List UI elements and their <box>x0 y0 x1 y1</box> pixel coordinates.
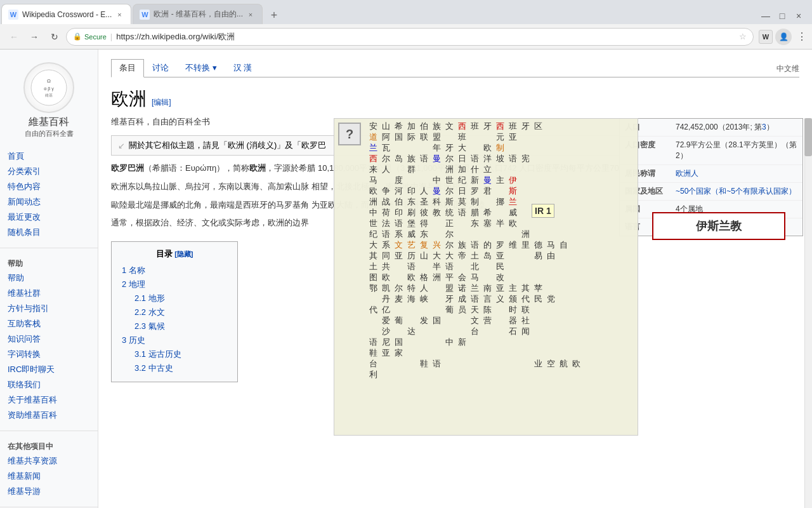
sidebar-item-guidelines[interactable]: 方针与指引 <box>8 301 90 316</box>
sidebar-item-community[interactable]: 维基社群 <box>8 286 90 301</box>
cw-cell: 洲 <box>521 230 530 238</box>
scrollbar-track[interactable] <box>804 118 812 508</box>
cw-cell: 加 <box>458 165 466 173</box>
tab-2-close[interactable]: × <box>246 10 256 20</box>
tab-1[interactable]: W Wikipedia Crossword - E... × <box>1 4 131 24</box>
cw-cell: 盟 <box>433 133 441 141</box>
sidebar-item-commons[interactable]: 维基共享资源 <box>8 453 90 469</box>
cw-cell: 班 <box>509 122 517 130</box>
toc-item-3[interactable]: 3 历史 <box>122 333 227 347</box>
scrollbar-thumb[interactable] <box>804 118 812 156</box>
minimize-button[interactable]: — <box>757 8 774 24</box>
cw-cell: 人 <box>420 187 428 195</box>
wiki-extension-button[interactable]: W <box>759 30 773 44</box>
sidebar-item-random[interactable]: 随机条目 <box>8 225 90 240</box>
cw-cell: 鞋 <box>369 349 377 357</box>
cw-cell: 塞 <box>483 219 492 227</box>
cw-cell: 正 <box>445 219 454 227</box>
tab-article[interactable]: 条目 <box>111 59 144 77</box>
bookmark-star-icon[interactable]: ☆ <box>739 32 747 41</box>
cw-cell: 宪 <box>521 154 530 163</box>
cw-cell: 易 <box>534 251 542 260</box>
cw-cell: 洲 <box>445 165 454 173</box>
cw-cell: 尔 <box>382 154 390 163</box>
cw-cell: 兰 <box>471 284 479 292</box>
cw-cell: 义 <box>496 295 504 303</box>
cw-cell: 欧 <box>572 359 580 368</box>
sidebar-item-featured[interactable]: 特色内容 <box>8 179 90 194</box>
sidebar-item-about[interactable]: 关于维基百科 <box>8 392 90 408</box>
toc-toggle[interactable]: [隐藏] <box>174 250 193 258</box>
toc-item-2-2[interactable]: 2.2 水文 <box>122 305 227 319</box>
toc-item-3-2[interactable]: 3.2 中古史 <box>122 361 227 375</box>
tab-discussion[interactable]: 讨论 <box>144 59 177 77</box>
crossword-help-button[interactable]: ? <box>338 123 361 145</box>
sidebar-item-qa[interactable]: 知识问答 <box>8 331 90 347</box>
tab-noconvert[interactable]: 不转换 ▾ <box>177 59 225 77</box>
reload-button[interactable]: ↻ <box>46 28 63 46</box>
cw-cell: 大 <box>433 251 441 260</box>
sidebar-item-recent[interactable]: 最近更改 <box>8 210 90 225</box>
wiki-nav-section-other: 在其他项目中 维基共享资源 维基新闻 维基导游 <box>0 435 98 503</box>
address-bar[interactable]: 🔒 Secure | https://zh.wikipedia.org/wiki… <box>66 28 754 46</box>
cw-cell: 台 <box>369 359 377 368</box>
sidebar-item-conversion[interactable]: 字词转换 <box>8 347 90 362</box>
svg-text:維基: 維基 <box>44 93 53 97</box>
crossword-answer-text: 伊斯兰教 <box>696 218 742 234</box>
cw-cell: 同 <box>382 251 390 260</box>
cw-cell: 利 <box>369 370 377 378</box>
tab-2-title: 欧洲 - 维基百科，自由的... <box>154 9 243 20</box>
chrome-menu-button[interactable]: ⋮ <box>797 30 807 43</box>
sidebar-item-help[interactable]: 帮助 <box>8 271 90 286</box>
tab-variant[interactable]: 汉 漢 <box>225 59 261 77</box>
toc-item-2-1[interactable]: 2.1 地形 <box>122 291 227 305</box>
sidebar-item-news[interactable]: 新闻动态 <box>8 194 90 210</box>
cw-cell: 丹 <box>382 295 390 303</box>
cw-cell: 刷 <box>407 208 416 217</box>
address-url: https://zh.wikipedia.org/wiki/欧洲 <box>116 31 734 43</box>
cw-cell: 族 <box>407 154 416 163</box>
cw-cell: 平 <box>445 273 454 281</box>
new-tab-button[interactable]: + <box>265 6 283 24</box>
pop-link[interactable]: 3 <box>762 123 766 131</box>
cw-cell: 元 <box>496 133 504 141</box>
close-button[interactable]: × <box>790 8 807 24</box>
countries-link[interactable]: ~50个国家（和~5个有限承认国家） <box>676 187 796 196</box>
profile-button[interactable]: 👤 <box>775 29 792 45</box>
back-button[interactable]: ← <box>5 28 23 46</box>
cw-cell: 年 <box>433 144 441 152</box>
cw-cell: 主 <box>496 176 504 184</box>
cw-cell: 家 <box>395 349 403 357</box>
sidebar-item-irc[interactable]: IRC即时聊天 <box>8 362 90 377</box>
cw-cell: 天 <box>471 305 479 314</box>
tab-2[interactable]: W 欧洲 - 维基百科，自由的... × <box>133 4 263 24</box>
forward-button[interactable]: → <box>25 28 43 46</box>
cw-cell: 尔 <box>395 284 403 292</box>
toc-item-1[interactable]: 1 名称 <box>122 264 227 277</box>
sidebar-item-donate[interactable]: 资助维基百科 <box>8 408 90 423</box>
cw-cell: 成 <box>458 295 466 303</box>
cw-cell: 族 <box>433 122 441 130</box>
demonym-link[interactable]: 欧洲人 <box>676 169 698 178</box>
toc-item-2-3[interactable]: 2.3 氣候 <box>122 319 227 333</box>
cw-cell: 班 <box>458 133 466 141</box>
cw-cell: 空 <box>547 359 555 368</box>
cw-cell: 战 <box>382 197 390 206</box>
sidebar-item-teahouse[interactable]: 互助客栈 <box>8 316 90 331</box>
tab-bar: W Wikipedia Crossword - E... × W 欧洲 - 维基… <box>0 0 812 24</box>
toc-item-3-1[interactable]: 3.1 远古历史 <box>122 347 227 361</box>
sidebar-item-homepage[interactable]: 首頁 <box>8 149 90 164</box>
edit-link[interactable]: [编辑] <box>152 97 171 108</box>
sidebar-item-wikinews[interactable]: 维基新闻 <box>8 469 90 484</box>
cw-cell: 员 <box>458 305 466 314</box>
sidebar-item-categories[interactable]: 分类索引 <box>8 164 90 179</box>
cw-cell: 罗 <box>471 187 479 195</box>
tab-1-close[interactable]: × <box>114 10 124 20</box>
toc-item-2[interactable]: 2 地理 <box>122 277 227 291</box>
sidebar-item-contact[interactable]: 联络我们 <box>8 377 90 392</box>
sidebar-item-wikivoyage[interactable]: 维基导游 <box>8 484 90 499</box>
cw-cell: 业 <box>534 359 542 368</box>
page-content: Ω α β γ 維基 維基百科 自由的百科全書 首頁 分类索引 特色内容 新闻动… <box>0 50 812 508</box>
zhwiki-label: 中文维 <box>260 64 799 77</box>
maximize-button[interactable]: □ <box>774 8 790 24</box>
